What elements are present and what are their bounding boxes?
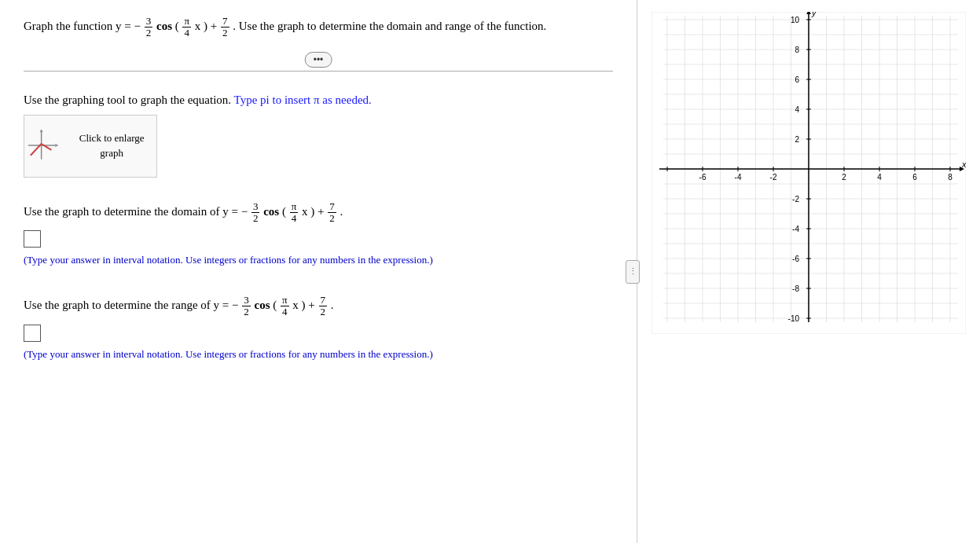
domain-period: . bbox=[340, 205, 343, 218]
paren-pi: ( bbox=[175, 20, 179, 32]
collapse-icon: ⋮ bbox=[629, 266, 637, 277]
svg-text:-8: -8 bbox=[792, 284, 799, 293]
domain-plus: + bbox=[317, 205, 327, 218]
question-end: . Use the graph to determine the domain … bbox=[233, 20, 546, 32]
question-text: Graph the function y = − 3 2 cos ( π 4 x… bbox=[24, 16, 613, 39]
range-paren: ( bbox=[273, 299, 277, 311]
plus-sign: + bbox=[211, 20, 220, 32]
domain-paren-close: ) bbox=[310, 205, 314, 218]
range-paren-close: ) bbox=[302, 299, 306, 311]
svg-text:x: x bbox=[961, 160, 966, 169]
range-prefix: Use the graph to determine the range of … bbox=[24, 299, 239, 311]
svg-text:4: 4 bbox=[877, 173, 882, 182]
divider-line bbox=[24, 71, 613, 72]
domain-section: Use the graph to determine the domain of… bbox=[24, 201, 613, 280]
collapse-button[interactable]: ⋮ bbox=[626, 260, 640, 284]
svg-text:-2: -2 bbox=[792, 195, 799, 204]
enlarge-text: Click to enlarge graph bbox=[67, 131, 156, 160]
graphing-instruction: Use the graphing tool to graph the equat… bbox=[24, 94, 613, 107]
domain-x: x bbox=[302, 205, 308, 218]
range-hint: (Type your answer in interval notation. … bbox=[24, 348, 613, 361]
svg-line-5 bbox=[42, 144, 52, 150]
svg-marker-3 bbox=[40, 129, 43, 132]
more-button[interactable]: ••• bbox=[305, 52, 332, 68]
svg-text:-6: -6 bbox=[699, 173, 706, 182]
range-frac-pi-4: π 4 bbox=[281, 295, 289, 318]
svg-text:4: 4 bbox=[795, 105, 799, 114]
enlarge-graph-button[interactable]: Click to enlarge graph bbox=[24, 115, 157, 178]
domain-answer-box[interactable] bbox=[24, 230, 41, 248]
svg-text:10: 10 bbox=[790, 16, 799, 24]
frac-7-2: 7 2 bbox=[221, 16, 229, 39]
range-label: Use the graph to determine the range of … bbox=[24, 295, 613, 318]
range-section: Use the graph to determine the range of … bbox=[24, 295, 613, 373]
svg-text:8: 8 bbox=[795, 46, 799, 54]
domain-frac-7-2: 7 2 bbox=[328, 201, 336, 225]
enlarge-icon bbox=[24, 128, 59, 163]
x-var: x bbox=[195, 20, 201, 32]
frac-pi-4: π 4 bbox=[182, 16, 191, 39]
graph-container: -6 -4 -2 2 4 6 8 10 8 6 4 2 -2 -4 -6 -8 … bbox=[651, 12, 966, 334]
svg-text:6: 6 bbox=[795, 75, 799, 84]
range-plus: + bbox=[308, 299, 317, 311]
svg-text:-4: -4 bbox=[792, 225, 799, 233]
question-intro: Graph the function y = − bbox=[24, 20, 141, 32]
instruction-text: Use the graphing tool to graph the equat… bbox=[24, 94, 234, 106]
paren-close: ) bbox=[204, 20, 207, 32]
domain-label: Use the graph to determine the domain of… bbox=[24, 201, 613, 225]
svg-text:8: 8 bbox=[948, 173, 952, 182]
svg-text:-4: -4 bbox=[734, 173, 741, 182]
domain-paren: ( bbox=[282, 205, 286, 218]
range-frac-7-2: 7 2 bbox=[319, 295, 328, 318]
svg-text:-10: -10 bbox=[787, 314, 799, 323]
range-frac-3-2: 3 2 bbox=[242, 295, 251, 318]
cos-label: cos bbox=[156, 20, 175, 32]
range-cos: cos bbox=[255, 299, 273, 311]
svg-marker-2 bbox=[55, 144, 58, 147]
domain-prefix: Use the graph to determine the domain of… bbox=[24, 205, 248, 218]
right-panel: ⋮ bbox=[637, 0, 980, 543]
pi-hint: Type pi to insert π as needed. bbox=[234, 94, 372, 106]
domain-hint: (Type your answer in interval notation. … bbox=[24, 254, 613, 266]
svg-text:2: 2 bbox=[795, 135, 799, 144]
frac-3-2: 3 2 bbox=[145, 16, 153, 39]
svg-text:6: 6 bbox=[912, 173, 917, 182]
range-x: x bbox=[292, 299, 299, 311]
domain-cos: cos bbox=[263, 205, 282, 218]
svg-text:-6: -6 bbox=[792, 255, 799, 263]
range-period: . bbox=[331, 299, 334, 311]
svg-text:2: 2 bbox=[842, 173, 846, 182]
domain-frac-3-2: 3 2 bbox=[251, 201, 260, 225]
domain-frac-pi-4: π 4 bbox=[290, 201, 299, 225]
range-answer-box[interactable] bbox=[24, 325, 41, 342]
left-panel: Graph the function y = − 3 2 cos ( π 4 x… bbox=[0, 0, 637, 543]
svg-text:-2: -2 bbox=[769, 173, 776, 182]
graph-svg: -6 -4 -2 2 4 6 8 10 8 6 4 2 -2 -4 -6 -8 … bbox=[651, 12, 966, 334]
divider-section: ••• bbox=[24, 60, 613, 83]
